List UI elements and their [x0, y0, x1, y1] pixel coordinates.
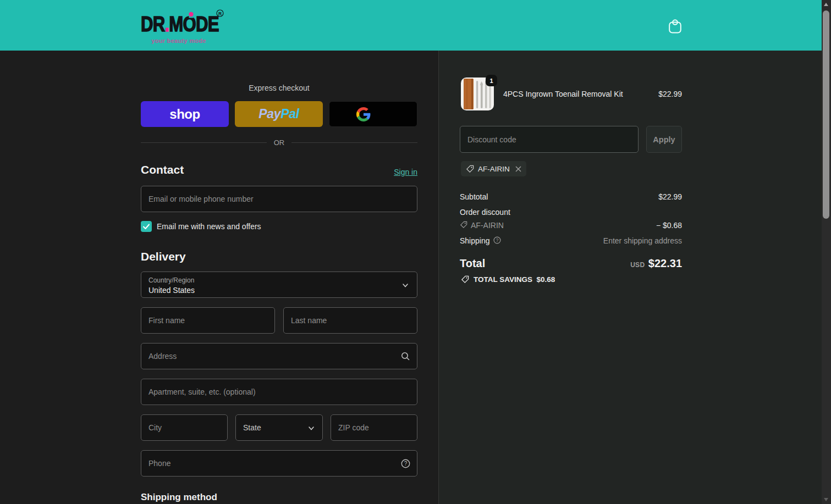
- svg-text:DR.MODE: DR.MODE: [141, 12, 219, 36]
- svg-text:your beauty mode: your beauty mode: [151, 37, 206, 44]
- svg-text:R: R: [218, 11, 222, 16]
- svg-text:?: ?: [496, 238, 499, 243]
- svg-text:?: ?: [404, 461, 408, 467]
